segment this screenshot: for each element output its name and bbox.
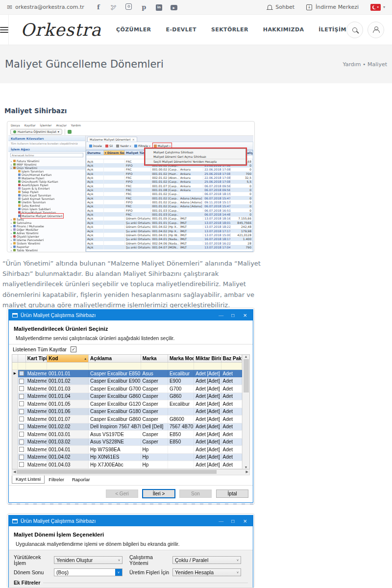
erp-table-row[interactable]: AçıkFRC001.01.02 [Casp..06.07.2018 18:15… — [86, 192, 253, 196]
row-checkbox[interactable] — [18, 431, 26, 438]
scroll-right-icon[interactable]: ▶ — [246, 470, 248, 474]
erp-table-row[interactable]: AçıkFRC001.01.08 [Casp..Ankara06.07.2018… — [86, 188, 253, 192]
uretim-select[interactable]: Yeniden Hesapla ˅ — [172, 568, 241, 576]
tree-item-r-n-kay-t-tan-mlar[interactable]: Ürün Kayıt Tanımları — [10, 194, 85, 197]
maximize-icon[interactable]: □ — [231, 518, 234, 524]
wizard-column-header-kart-tipi[interactable]: Kart Tipi — [26, 355, 47, 362]
download-center-link[interactable]: ↓ İndirme Merkezi — [306, 4, 359, 10]
home-icon[interactable] — [68, 130, 72, 134]
row-checkbox[interactable] — [18, 385, 26, 392]
wizard-table-row[interactable]: Malzeme001.02.02Dell Inspiron 7567 4B70D… — [12, 423, 242, 431]
erp-table-row[interactable]: AçıkFRC001.01.03 [Casp..06.07.2018 14:48… — [86, 212, 253, 216]
nav-item-hakkimizda[interactable]: HAKKIMIZDA — [263, 26, 304, 33]
account-button[interactable] — [368, 22, 384, 38]
filter-cell[interactable] — [141, 363, 168, 369]
erp-table-row[interactable]: AçıkŞu anki Ortalaması001.04.02 [Hp X..İ… — [86, 229, 253, 233]
tree-item-adres-y-netimi[interactable]: ▸Adres Yönetimi — [10, 231, 85, 235]
wizard-table-row[interactable]: Malzeme001.03.01Asus VS197DECasperE850Ad… — [12, 431, 242, 439]
erp-column-header-durumu[interactable]: Durumu — [86, 150, 104, 155]
tree-item-r-n-hizmet-kartlar[interactable]: Ürün/Hizmet Kartları — [10, 173, 85, 176]
tree-item-r-n-i-lem-sabitleri[interactable]: Ürün İşlem Sabitleri — [10, 207, 85, 211]
wizard-column-header-miktar-birimi[interactable]: Miktar Birimi — [194, 355, 221, 362]
wizard-column-header-kod[interactable]: Kod▲ — [47, 355, 89, 362]
row-checkbox[interactable] — [18, 393, 26, 400]
nav-item-sekt-rler[interactable]: SEKTÖRLER — [211, 26, 248, 33]
tree-item-sistem-y-netimi[interactable]: ▸Sistem Yönetimi — [10, 242, 85, 245]
wizard-table-row[interactable]: Malzeme001.03.02Asus VS228NECasperE850Ad… — [12, 439, 242, 446]
erp-menu-i-lemler[interactable]: İşlemler — [40, 123, 52, 127]
erp-toolbar-sil-button[interactable]: Sil — [105, 144, 113, 147]
wizard-tab-filtreler[interactable]: Filtreler — [45, 476, 68, 484]
wizard-grid-filter-row[interactable] — [12, 363, 242, 370]
wizard-table-row[interactable]: ▶Malzeme001.01.01Casper Excalibur E850As… — [12, 370, 242, 378]
menu-item-maliyet-al-t-rma-sihirbaz[interactable]: Maliyet Çalıştırma Sihirbazı — [146, 150, 245, 154]
cancel-button[interactable]: İptal — [216, 490, 248, 498]
tree-item-retim-tan-mlar[interactable]: Üretim Tanımları — [10, 200, 85, 204]
erp-tab[interactable]: Malzeme Maliyet Dönemleri × — [87, 137, 137, 142]
erp-table-row[interactable]: AçıkŞu anki Ortalaması001.01.01 [Casp..İ… — [86, 220, 253, 224]
logo[interactable]: Orkestra — [21, 20, 101, 40]
row-checkbox[interactable] — [18, 454, 26, 461]
erp-table-row[interactable]: AçıkFRC001.01.02 [Casp..Adana [Adana]06.… — [86, 196, 253, 200]
finish-button[interactable]: Son — [179, 490, 212, 498]
wizard-table-row[interactable]: Malzeme001.01.04Casper Excalibur G860Cas… — [12, 393, 242, 401]
wizard-column-header-marka-mod[interactable]: Marka Mod... — [168, 355, 194, 362]
hamburger-menu-button[interactable] — [0, 15, 9, 45]
wizard-column-header-baz-paket[interactable]: Baz Paket — [221, 355, 242, 362]
pinterest-icon[interactable]: p — [141, 3, 147, 11]
close-icon[interactable]: × — [243, 312, 247, 319]
close-icon[interactable]: × — [132, 138, 135, 141]
instagram-icon[interactable] — [125, 3, 132, 11]
tree-item-raporlar[interactable]: ▸Raporlar — [10, 245, 85, 248]
minimize-icon[interactable]: — — [219, 518, 223, 524]
tree-item-sabit-k-ymet-tan-mlar[interactable]: Sabit Kıymet Tanımları — [10, 197, 85, 200]
wizard-column-header-marka[interactable]: Marka — [141, 355, 168, 362]
erp-table-row[interactable]: AçıkDönem Ortalaması001.01.05 [Casp..İML… — [86, 217, 253, 220]
wizard-table-row[interactable]: Malzeme001.01.03Casper Excalibur G700Cas… — [12, 385, 242, 393]
menu-item-maliyet-d-nemi-geri-a-ma-sihirbaz[interactable]: Maliyet Dönemi Geri Açma Sihirbazı — [146, 154, 245, 159]
erp-menu-yard-m[interactable]: Yardım — [71, 123, 81, 127]
tree-item-sat-nalma[interactable]: ▸Satınalma — [10, 221, 85, 224]
erp-toolbar-filtrele-button[interactable]: Filtrele▾ — [134, 144, 150, 147]
nav-item-i-leti-i-m[interactable]: İLETİŞİM — [318, 26, 346, 33]
menu-item-se-ili-maliyet-d-nemlerini-yeniden-hesapla[interactable]: Seçili Maliyet Dönemlerini Yeniden Hesap… — [146, 159, 245, 163]
row-checkbox[interactable] — [18, 378, 26, 385]
contact-email[interactable]: ✉ orkestra@orkestra.com.tr — [7, 4, 84, 10]
tree-item-malzeme-fi-leri[interactable]: Malzeme Fişleri — [10, 176, 85, 180]
all-records-checkbox[interactable]: ✓ — [71, 346, 76, 352]
row-checkbox[interactable] — [18, 446, 26, 453]
tree-search-input[interactable] — [10, 153, 83, 157]
erp-table-row[interactable]: AçıkFIFO001.01.03 [Casp..06.07.2018 16:5… — [86, 208, 253, 212]
erp-table-row[interactable]: AçıkŞu anki Ortalaması001.04.01 [Nada..İ… — [86, 237, 253, 241]
wizard-tab-raporlar[interactable]: Raporlar — [68, 476, 94, 484]
wizard-column-header-a-klama[interactable]: Açıklama — [89, 355, 141, 362]
tree-item-mrp-y-netimi[interactable]: ▸MRP Yönetimi — [10, 163, 85, 166]
wizard-table-row[interactable]: Malzeme001.01.07Casper Excalibur G8600Ca… — [12, 416, 242, 423]
search-button[interactable] — [346, 22, 363, 38]
tree-item-finans-muhasebe[interactable]: ▸Finans / Muhasebe — [10, 224, 85, 228]
erp-table-row[interactable]: AçıkFIFO001.01.02 [Casp..Adana [Adana]09… — [86, 200, 253, 204]
tree-item-i-lem-tan-mlar[interactable]: İşlem Tanımları — [10, 170, 85, 173]
twitter-icon[interactable]: 🕊 — [110, 4, 117, 11]
next-button[interactable]: İleri > — [143, 490, 175, 498]
breadcrumb[interactable]: Yardım • Maliyet — [343, 61, 387, 68]
back-button[interactable]: < Geri — [106, 490, 138, 498]
tree-item-r-n-y-netimi[interactable]: ▸Ürün Yönetimi — [10, 166, 85, 170]
erp-toolbar-i-ncele-button[interactable]: İncele — [89, 144, 102, 147]
row-checkbox[interactable] — [18, 408, 26, 416]
erp-menu-kay-tlar[interactable]: Kayıtlar — [24, 123, 36, 127]
row-checkbox[interactable] — [18, 416, 26, 423]
filter-cell[interactable] — [168, 363, 194, 369]
nav-item-e-devlet[interactable]: E-DEVLET — [166, 26, 196, 33]
tree-item-tablo-y-netimi[interactable]: ▸Tablo Yönetimi — [10, 248, 85, 252]
erp-table-row[interactable]: AçıkDönem Ortalaması002.04.06 [Nada..İML… — [86, 241, 253, 245]
tree-item-asorti-i-lem-fi-leri[interactable]: Asorti/İşlem Fişleri — [10, 183, 85, 187]
filter-cell[interactable] — [221, 363, 242, 369]
scroll-down-icon[interactable]: ▼ — [245, 466, 248, 469]
sidebar-panel-title[interactable]: Kullanım Kılavuzları — [8, 136, 85, 141]
tree-item-talep-fi-leri[interactable]: Talep Fişleri — [10, 190, 85, 194]
tree-item-r-n-asorti-takip-kartlar[interactable]: Ürün/Asorti Takip Kartları — [10, 180, 85, 183]
row-checkbox[interactable] — [18, 423, 26, 431]
vertical-scrollbar[interactable]: ▲ ▼ — [242, 355, 249, 469]
erp-toolbar-maliyet-button[interactable]: Maliyet▾ — [154, 144, 171, 147]
